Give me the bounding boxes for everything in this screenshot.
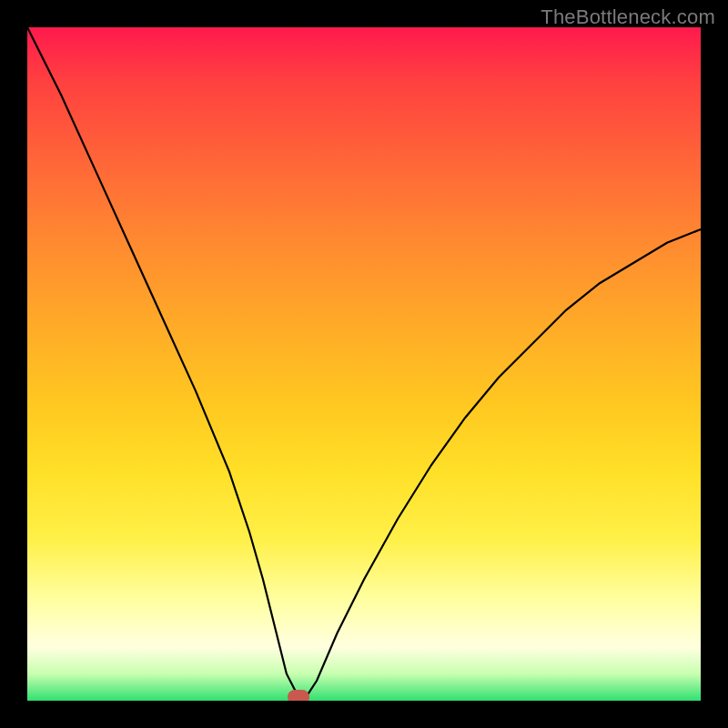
plot-area (27, 27, 701, 701)
bottleneck-curve (27, 27, 701, 697)
watermark-text: TheBottleneck.com (541, 5, 715, 29)
chart-frame: TheBottleneck.com (0, 0, 728, 728)
curve-layer (27, 27, 701, 701)
optimum-marker (288, 690, 309, 701)
